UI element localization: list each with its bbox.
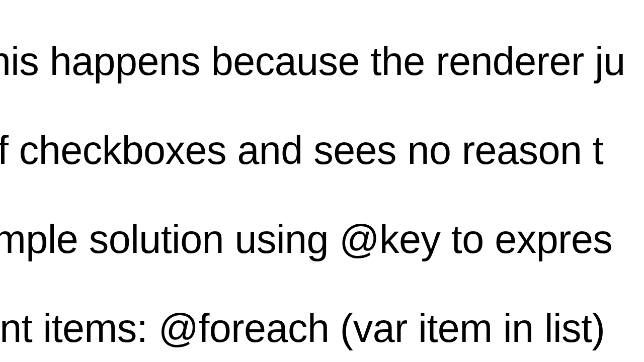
document-text: This happens because the renderer ju of … <box>0 0 625 362</box>
text-line: rent items: @foreach (var item in list) <box>0 306 625 350</box>
text-line: of checkboxes and sees no reason t <box>0 128 625 172</box>
text-line: This happens because the renderer ju <box>0 39 625 83</box>
text-line: simple solution using @key to expres <box>0 217 625 261</box>
